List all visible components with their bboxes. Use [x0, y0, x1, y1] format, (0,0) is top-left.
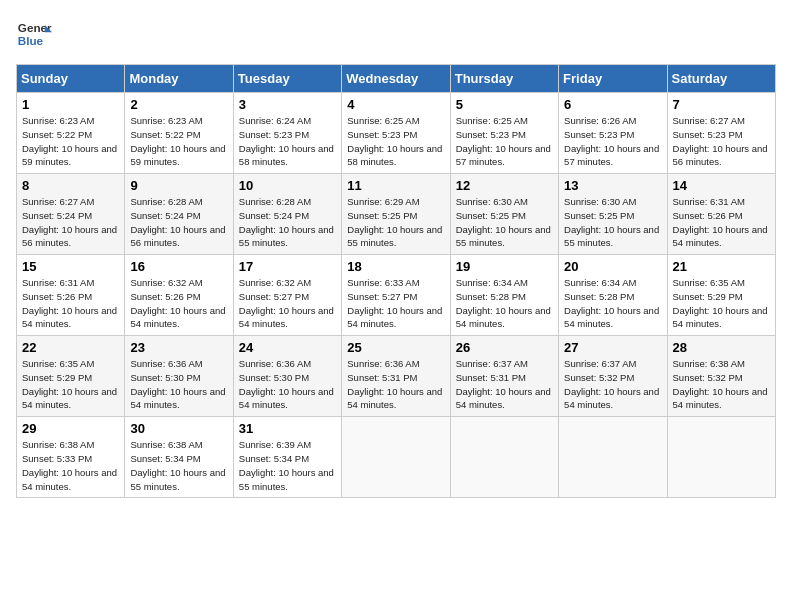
- calendar-day-cell: 15 Sunrise: 6:31 AMSunset: 5:26 PMDaylig…: [17, 255, 125, 336]
- calendar-day-cell: 24 Sunrise: 6:36 AMSunset: 5:30 PMDaylig…: [233, 336, 341, 417]
- day-number: 24: [239, 340, 336, 355]
- calendar-day-cell: [559, 417, 667, 498]
- calendar-day-cell: [450, 417, 558, 498]
- day-number: 31: [239, 421, 336, 436]
- day-number: 29: [22, 421, 119, 436]
- day-info: Sunrise: 6:36 AMSunset: 5:31 PMDaylight:…: [347, 358, 442, 410]
- calendar-day-cell: 8 Sunrise: 6:27 AMSunset: 5:24 PMDayligh…: [17, 174, 125, 255]
- calendar-day-cell: 20 Sunrise: 6:34 AMSunset: 5:28 PMDaylig…: [559, 255, 667, 336]
- calendar-day-cell: 12 Sunrise: 6:30 AMSunset: 5:25 PMDaylig…: [450, 174, 558, 255]
- calendar-day-cell: 23 Sunrise: 6:36 AMSunset: 5:30 PMDaylig…: [125, 336, 233, 417]
- day-info: Sunrise: 6:38 AMSunset: 5:32 PMDaylight:…: [673, 358, 768, 410]
- day-number: 4: [347, 97, 444, 112]
- calendar-day-cell: 1 Sunrise: 6:23 AMSunset: 5:22 PMDayligh…: [17, 93, 125, 174]
- day-number: 27: [564, 340, 661, 355]
- day-info: Sunrise: 6:37 AMSunset: 5:32 PMDaylight:…: [564, 358, 659, 410]
- day-info: Sunrise: 6:31 AMSunset: 5:26 PMDaylight:…: [22, 277, 117, 329]
- svg-text:Blue: Blue: [18, 34, 44, 47]
- day-number: 6: [564, 97, 661, 112]
- day-info: Sunrise: 6:28 AMSunset: 5:24 PMDaylight:…: [239, 196, 334, 248]
- calendar-body: 1 Sunrise: 6:23 AMSunset: 5:22 PMDayligh…: [17, 93, 776, 498]
- weekday-header-cell: Wednesday: [342, 65, 450, 93]
- day-info: Sunrise: 6:28 AMSunset: 5:24 PMDaylight:…: [130, 196, 225, 248]
- calendar-day-cell: 16 Sunrise: 6:32 AMSunset: 5:26 PMDaylig…: [125, 255, 233, 336]
- day-number: 30: [130, 421, 227, 436]
- day-info: Sunrise: 6:34 AMSunset: 5:28 PMDaylight:…: [456, 277, 551, 329]
- calendar-day-cell: 30 Sunrise: 6:38 AMSunset: 5:34 PMDaylig…: [125, 417, 233, 498]
- calendar-day-cell: 22 Sunrise: 6:35 AMSunset: 5:29 PMDaylig…: [17, 336, 125, 417]
- calendar-day-cell: 19 Sunrise: 6:34 AMSunset: 5:28 PMDaylig…: [450, 255, 558, 336]
- day-number: 10: [239, 178, 336, 193]
- day-info: Sunrise: 6:25 AMSunset: 5:23 PMDaylight:…: [456, 115, 551, 167]
- day-info: Sunrise: 6:35 AMSunset: 5:29 PMDaylight:…: [22, 358, 117, 410]
- page-header: General Blue: [16, 16, 776, 52]
- calendar-day-cell: 3 Sunrise: 6:24 AMSunset: 5:23 PMDayligh…: [233, 93, 341, 174]
- weekday-header-cell: Tuesday: [233, 65, 341, 93]
- calendar-day-cell: 31 Sunrise: 6:39 AMSunset: 5:34 PMDaylig…: [233, 417, 341, 498]
- day-number: 18: [347, 259, 444, 274]
- calendar-day-cell: 28 Sunrise: 6:38 AMSunset: 5:32 PMDaylig…: [667, 336, 775, 417]
- calendar-day-cell: 5 Sunrise: 6:25 AMSunset: 5:23 PMDayligh…: [450, 93, 558, 174]
- day-number: 14: [673, 178, 770, 193]
- day-info: Sunrise: 6:24 AMSunset: 5:23 PMDaylight:…: [239, 115, 334, 167]
- day-info: Sunrise: 6:37 AMSunset: 5:31 PMDaylight:…: [456, 358, 551, 410]
- day-number: 20: [564, 259, 661, 274]
- day-number: 23: [130, 340, 227, 355]
- calendar-week-row: 8 Sunrise: 6:27 AMSunset: 5:24 PMDayligh…: [17, 174, 776, 255]
- calendar-week-row: 22 Sunrise: 6:35 AMSunset: 5:29 PMDaylig…: [17, 336, 776, 417]
- day-info: Sunrise: 6:39 AMSunset: 5:34 PMDaylight:…: [239, 439, 334, 491]
- day-number: 7: [673, 97, 770, 112]
- calendar-day-cell: 7 Sunrise: 6:27 AMSunset: 5:23 PMDayligh…: [667, 93, 775, 174]
- day-number: 1: [22, 97, 119, 112]
- calendar-day-cell: [667, 417, 775, 498]
- day-info: Sunrise: 6:36 AMSunset: 5:30 PMDaylight:…: [130, 358, 225, 410]
- weekday-header-cell: Monday: [125, 65, 233, 93]
- calendar-day-cell: 13 Sunrise: 6:30 AMSunset: 5:25 PMDaylig…: [559, 174, 667, 255]
- calendar-day-cell: 18 Sunrise: 6:33 AMSunset: 5:27 PMDaylig…: [342, 255, 450, 336]
- calendar-day-cell: 26 Sunrise: 6:37 AMSunset: 5:31 PMDaylig…: [450, 336, 558, 417]
- day-number: 28: [673, 340, 770, 355]
- calendar-day-cell: 25 Sunrise: 6:36 AMSunset: 5:31 PMDaylig…: [342, 336, 450, 417]
- logo: General Blue: [16, 16, 52, 52]
- day-info: Sunrise: 6:25 AMSunset: 5:23 PMDaylight:…: [347, 115, 442, 167]
- day-info: Sunrise: 6:31 AMSunset: 5:26 PMDaylight:…: [673, 196, 768, 248]
- calendar-day-cell: 11 Sunrise: 6:29 AMSunset: 5:25 PMDaylig…: [342, 174, 450, 255]
- day-number: 22: [22, 340, 119, 355]
- day-number: 25: [347, 340, 444, 355]
- calendar-day-cell: 27 Sunrise: 6:37 AMSunset: 5:32 PMDaylig…: [559, 336, 667, 417]
- day-info: Sunrise: 6:23 AMSunset: 5:22 PMDaylight:…: [22, 115, 117, 167]
- day-info: Sunrise: 6:30 AMSunset: 5:25 PMDaylight:…: [456, 196, 551, 248]
- day-info: Sunrise: 6:29 AMSunset: 5:25 PMDaylight:…: [347, 196, 442, 248]
- day-number: 15: [22, 259, 119, 274]
- day-number: 2: [130, 97, 227, 112]
- weekday-header-cell: Friday: [559, 65, 667, 93]
- day-info: Sunrise: 6:32 AMSunset: 5:26 PMDaylight:…: [130, 277, 225, 329]
- calendar-day-cell: 6 Sunrise: 6:26 AMSunset: 5:23 PMDayligh…: [559, 93, 667, 174]
- day-info: Sunrise: 6:36 AMSunset: 5:30 PMDaylight:…: [239, 358, 334, 410]
- day-number: 17: [239, 259, 336, 274]
- day-number: 19: [456, 259, 553, 274]
- calendar-week-row: 15 Sunrise: 6:31 AMSunset: 5:26 PMDaylig…: [17, 255, 776, 336]
- weekday-header-cell: Thursday: [450, 65, 558, 93]
- calendar-day-cell: 21 Sunrise: 6:35 AMSunset: 5:29 PMDaylig…: [667, 255, 775, 336]
- calendar-day-cell: 17 Sunrise: 6:32 AMSunset: 5:27 PMDaylig…: [233, 255, 341, 336]
- logo-icon: General Blue: [16, 16, 52, 52]
- calendar-table: SundayMondayTuesdayWednesdayThursdayFrid…: [16, 64, 776, 498]
- calendar-day-cell: [342, 417, 450, 498]
- day-number: 13: [564, 178, 661, 193]
- calendar-day-cell: 4 Sunrise: 6:25 AMSunset: 5:23 PMDayligh…: [342, 93, 450, 174]
- day-number: 5: [456, 97, 553, 112]
- day-info: Sunrise: 6:32 AMSunset: 5:27 PMDaylight:…: [239, 277, 334, 329]
- day-number: 9: [130, 178, 227, 193]
- day-info: Sunrise: 6:23 AMSunset: 5:22 PMDaylight:…: [130, 115, 225, 167]
- weekday-header-row: SundayMondayTuesdayWednesdayThursdayFrid…: [17, 65, 776, 93]
- day-number: 11: [347, 178, 444, 193]
- day-number: 16: [130, 259, 227, 274]
- day-info: Sunrise: 6:30 AMSunset: 5:25 PMDaylight:…: [564, 196, 659, 248]
- day-number: 12: [456, 178, 553, 193]
- day-info: Sunrise: 6:26 AMSunset: 5:23 PMDaylight:…: [564, 115, 659, 167]
- day-info: Sunrise: 6:38 AMSunset: 5:33 PMDaylight:…: [22, 439, 117, 491]
- weekday-header-cell: Sunday: [17, 65, 125, 93]
- day-info: Sunrise: 6:34 AMSunset: 5:28 PMDaylight:…: [564, 277, 659, 329]
- calendar-day-cell: 29 Sunrise: 6:38 AMSunset: 5:33 PMDaylig…: [17, 417, 125, 498]
